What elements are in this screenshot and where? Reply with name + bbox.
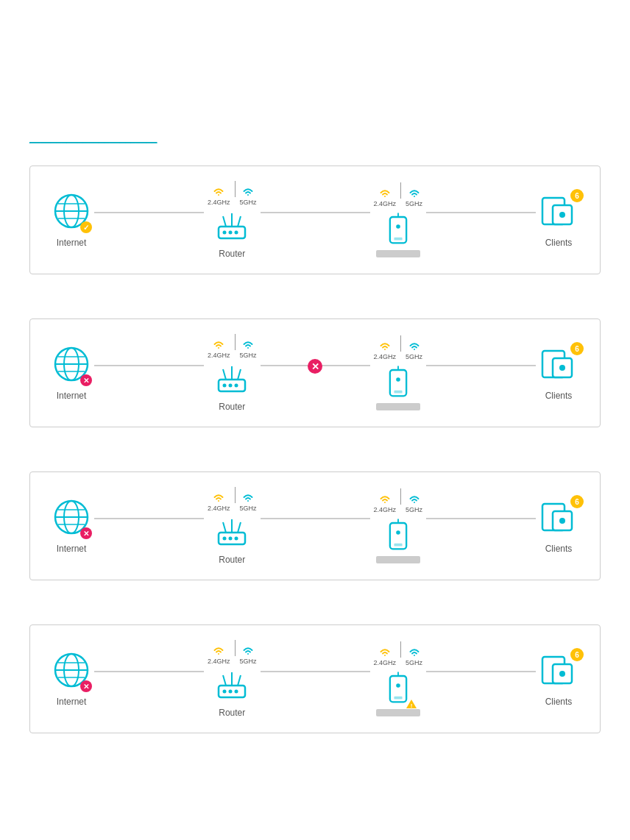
router-icon — [213, 512, 251, 550]
clients-label: Clients — [545, 544, 573, 554]
network-card-card2: ✕ Internet 2.4GHz 5GHz — [29, 318, 601, 427]
clients-node: 6 Clients — [539, 345, 578, 401]
clients-count-badge: 6 — [570, 495, 584, 508]
internet-node: ✓ Internet — [52, 192, 91, 248]
router-icon — [213, 206, 251, 244]
internet-node: ✕ Internet — [52, 345, 91, 401]
extender-name-blurred — [376, 709, 420, 716]
clients-label: Clients — [545, 238, 573, 248]
router-node: 2.4GHz 5GHz Router — [208, 181, 257, 259]
extender-name-blurred — [376, 250, 420, 257]
extender-node: 2.4GHz 5GHz ! — [374, 641, 423, 716]
extender-name-blurred — [376, 556, 420, 563]
clients-label: Clients — [545, 391, 573, 401]
router-label: Router — [219, 249, 245, 259]
extender-node: 2.4GHz 5GHz — [374, 335, 423, 410]
internet-status-error: ✕ — [80, 680, 92, 692]
clients-node: 6 Clients — [539, 192, 578, 248]
router-icon — [213, 665, 251, 703]
router-icon — [213, 359, 251, 397]
network-card-card1: ✓ Internet 2.4GHz 5GHz — [29, 165, 601, 274]
clients-label: Clients — [545, 697, 573, 707]
internet-status-error: ✕ — [80, 374, 92, 386]
internet-status-error: ✕ — [80, 527, 92, 539]
network-card-card3: ✕ Internet 2.4GHz 5GHz — [29, 471, 601, 580]
clients-count-badge: 6 — [570, 189, 584, 202]
network-card-card4: ✕ Internet 2.4GHz 5GHz — [29, 624, 601, 733]
internet-label: Internet — [57, 391, 87, 401]
router-node: 2.4GHz 5GHz Router — [208, 487, 257, 565]
router-node: 2.4GHz 5GHz Router — [208, 334, 257, 412]
clients-node: 6 Clients — [539, 651, 578, 707]
clients-node: 6 Clients — [539, 498, 578, 554]
extender-name-blurred — [376, 403, 420, 410]
router-label: Router — [219, 402, 245, 412]
extender-warning-icon: ! — [406, 699, 417, 709]
extender-icon — [382, 513, 414, 552]
connector-error-badge: ✕ — [308, 359, 322, 374]
extender-node: 2.4GHz 5GHz — [374, 488, 423, 563]
clients-count-badge: 6 — [570, 648, 584, 661]
clients-count-badge: 6 — [570, 342, 584, 355]
extender-icon — [382, 207, 414, 246]
internet-node: ✕ Internet — [52, 651, 91, 707]
internet-label: Internet — [57, 697, 87, 707]
internet-status-ok: ✓ — [80, 221, 92, 233]
router-label: Router — [219, 555, 245, 565]
extender-node: 2.4GHz 5GHz — [374, 182, 423, 257]
top-link[interactable]: ________________________ — [29, 132, 158, 143]
internet-label: Internet — [57, 238, 87, 248]
router-label: Router — [219, 708, 245, 718]
internet-label: Internet — [57, 544, 87, 554]
extender-icon — [382, 360, 414, 399]
router-node: 2.4GHz 5GHz Router — [208, 640, 257, 718]
internet-node: ✕ Internet — [52, 498, 91, 554]
svg-text:!: ! — [410, 702, 412, 709]
